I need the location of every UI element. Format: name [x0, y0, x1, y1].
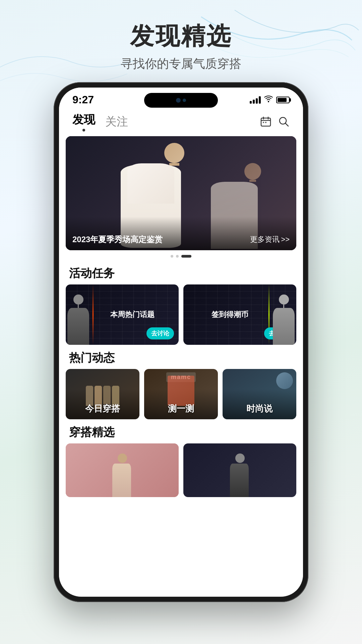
activity-card-hot-topics[interactable]: 本周热门话题 去讨论	[66, 284, 179, 345]
status-bar: 9:27	[59, 88, 303, 109]
activity-card-1-title: 本周热门话题	[91, 310, 173, 320]
activity-section-title: 活动任务	[59, 260, 303, 284]
signal-bars-icon	[250, 96, 261, 104]
hero-bottom: 2023年夏季秀场高定鉴赏 更多资讯 >>	[66, 229, 296, 250]
battery-icon	[276, 97, 290, 103]
svg-rect-5	[263, 122, 264, 123]
outfit-cards	[59, 443, 303, 497]
tab-follow[interactable]: 关注	[105, 114, 128, 131]
activity-cards: 本周热门话题 去讨论	[59, 284, 303, 345]
outfit-card-1[interactable]	[66, 443, 179, 497]
status-icons	[250, 95, 290, 105]
activity-card-checkin[interactable]: 签到得潮币 去签到	[183, 284, 296, 345]
nav-tabs: 发现 关注	[59, 109, 303, 136]
page-subtitle: 寻找你的专属气质穿搭	[0, 56, 362, 72]
outfit-card-2[interactable]	[183, 443, 296, 497]
pagination-dot-2	[176, 255, 179, 258]
trend-card-fashion[interactable]: 时尚说	[223, 369, 296, 419]
trend-card-test[interactable]: mamc 测一测	[144, 369, 218, 419]
hero-banner[interactable]: 2023年夏季秀场高定鉴赏 更多资讯 >>	[66, 136, 296, 250]
page-title: 发现精选	[0, 20, 362, 52]
pagination-dot-1	[171, 255, 173, 258]
trend-card-fashion-label: 时尚说	[223, 403, 296, 415]
trend-cards: 今日穿搭 mamc 测一测 时尚说	[59, 369, 303, 419]
dynamic-island-dot	[176, 98, 181, 103]
page-header: 发现精选 寻找你的专属气质穿搭	[0, 0, 362, 82]
trend-card-outfit[interactable]: 今日穿搭	[66, 369, 139, 419]
search-icon[interactable]	[278, 116, 290, 129]
svg-line-8	[285, 123, 288, 126]
hero-more-link[interactable]: 更多资讯 >>	[250, 234, 290, 245]
dynamic-island-dot2	[183, 99, 186, 102]
app-content: 发现 关注	[59, 109, 303, 591]
trend-card-test-label: 测一测	[144, 403, 218, 415]
phone-frame: 9:27	[54, 82, 308, 602]
trend-card-outfit-label: 今日穿搭	[66, 403, 139, 415]
phone-inner: 9:27	[59, 88, 303, 597]
nav-actions	[260, 116, 290, 129]
calendar-icon[interactable]	[260, 116, 272, 129]
svg-rect-6	[265, 122, 266, 123]
activity-card-2-title: 签到得潮币	[189, 310, 271, 320]
hero-title: 2023年夏季秀场高定鉴赏	[72, 234, 163, 245]
pagination	[59, 255, 303, 258]
wifi-icon	[264, 95, 273, 105]
tab-discover[interactable]: 发现	[72, 112, 95, 133]
pagination-dot-3	[181, 255, 191, 258]
dynamic-island	[144, 93, 218, 108]
status-time: 9:27	[72, 94, 94, 106]
trending-section-title: 热门动态	[59, 345, 303, 369]
outfit-section-title: 穿搭精选	[59, 419, 303, 443]
svg-point-0	[268, 101, 269, 102]
